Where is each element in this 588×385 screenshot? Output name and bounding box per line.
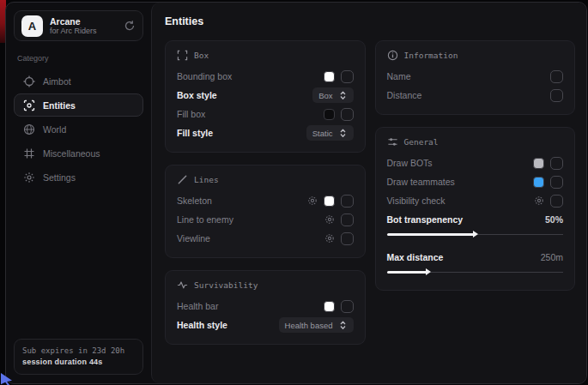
draw-bots-checkbox[interactable] — [550, 157, 563, 170]
arcane-menu-window: A Arcane for Arc Riders Category Aimbot … — [5, 2, 587, 384]
category-label: Category — [17, 54, 140, 63]
lines-card-header: Lines — [177, 174, 354, 185]
distance-label: Distance — [387, 90, 422, 100]
brand-text: Arcane for Arc Riders — [50, 16, 117, 35]
box-card-header: Box — [177, 50, 354, 61]
fill-style-dropdown[interactable]: Static — [306, 125, 354, 141]
bot-transparency-row: Bot transpenency 50% — [387, 210, 564, 229]
skeleton-row: Skeleton — [177, 191, 354, 210]
skeleton-settings-icon[interactable] — [307, 196, 318, 206]
box-style-value: Box — [318, 91, 332, 100]
visibility-check-label: Visibility check — [387, 196, 446, 206]
max-distance-slider[interactable] — [387, 268, 564, 275]
max-distance-label: Max distance — [387, 252, 444, 262]
general-card: General Draw BOTs Draw teammates — [375, 127, 576, 291]
sidebar-item-miscellaneous[interactable]: Miscellaneous — [14, 141, 143, 165]
slider-thumb[interactable] — [473, 231, 478, 238]
survivability-card: Survivability Health bar Health style He… — [165, 270, 366, 345]
sidebar-item-world[interactable]: World — [14, 117, 143, 141]
visibility-check-row: Visibility check — [387, 191, 564, 210]
health-style-dropdown[interactable]: Health based — [279, 317, 354, 333]
sliders-icon — [387, 136, 398, 147]
draw-bots-color-swatch[interactable] — [533, 158, 544, 169]
survivability-card-header: Survivability — [177, 280, 354, 291]
sidebar-item-entities[interactable]: Entities — [14, 93, 143, 117]
viewline-label: Viewline — [177, 233, 210, 244]
info-icon — [387, 50, 398, 61]
entities-icon — [23, 99, 35, 111]
health-bar-color-swatch[interactable] — [324, 301, 335, 312]
lines-card: Lines Skeleton Line to enemy — [165, 165, 366, 258]
left-column: Box Bounding box Box style Box — [165, 40, 366, 345]
pulse-icon — [177, 280, 188, 291]
health-style-value: Health based — [285, 321, 333, 330]
viewline-row: Viewline — [177, 229, 354, 248]
sidebar-item-settings[interactable]: Settings — [14, 165, 143, 189]
viewline-checkbox[interactable] — [341, 232, 354, 245]
slider-fill — [387, 233, 476, 236]
line-to-enemy-label: Line to enemy — [177, 214, 233, 225]
draw-bots-label: Draw BOTs — [387, 158, 433, 168]
max-distance-value: 250m — [541, 252, 563, 262]
sidebar-item-label: Entities — [43, 100, 76, 111]
bot-transparency-label: Bot transpenency — [387, 214, 464, 225]
bot-transparency-slider[interactable] — [387, 231, 564, 238]
health-style-row: Health style Health based — [177, 316, 354, 334]
health-style-label: Health style — [177, 320, 227, 330]
unfold-icon — [338, 320, 348, 330]
refresh-icon[interactable] — [124, 20, 136, 32]
information-card: Information Name Distance — [375, 40, 576, 115]
bounding-box-checkbox[interactable] — [341, 70, 354, 83]
name-checkbox[interactable] — [550, 70, 563, 83]
brand-card: A Arcane for Arc Riders — [14, 10, 143, 41]
fill-box-row: Fill box — [177, 105, 354, 123]
draw-teammates-row: Draw teammates — [387, 172, 564, 191]
sub-expiry-text: Sub expires in 23d 20h — [22, 346, 135, 357]
information-card-header: Information — [387, 50, 564, 61]
max-distance-row: Max distance 250m — [387, 248, 564, 267]
visibility-check-settings-icon[interactable] — [534, 196, 544, 206]
bot-transparency-value: 50% — [545, 214, 563, 225]
health-bar-checkbox[interactable] — [341, 300, 354, 313]
subscription-card: Sub expires in 23d 20h session duration … — [14, 339, 143, 375]
line-to-enemy-checkbox[interactable] — [341, 214, 354, 226]
draw-teammates-label: Draw teammates — [387, 177, 455, 187]
grid-icon — [23, 147, 35, 159]
draw-teammates-checkbox[interactable] — [550, 176, 563, 189]
draw-teammates-color-swatch[interactable] — [533, 177, 544, 188]
card-title: Survivability — [194, 280, 258, 290]
line-to-enemy-settings-icon[interactable] — [324, 214, 335, 225]
bounding-box-color-swatch[interactable] — [324, 71, 335, 82]
fill-style-value: Static — [312, 129, 333, 138]
session-duration-text: session duration 44s — [22, 357, 135, 368]
skeleton-color-swatch[interactable] — [324, 196, 335, 207]
sidebar: A Arcane for Arc Riders Category Aimbot … — [6, 3, 151, 383]
name-label: Name — [387, 71, 411, 81]
line-icon — [177, 174, 188, 185]
card-title: General — [404, 137, 439, 147]
card-title: Box — [194, 51, 209, 60]
card-title: Lines — [194, 175, 219, 184]
unfold-icon — [338, 90, 348, 100]
sidebar-item-label: Aimbot — [43, 76, 71, 87]
fill-style-row: Fill style Static — [177, 123, 354, 142]
viewline-settings-icon[interactable] — [324, 233, 335, 244]
brackets-icon — [177, 50, 188, 61]
sidebar-item-aimbot[interactable]: Aimbot — [14, 69, 143, 93]
main-panel: Entities Box Bounding box — [151, 3, 586, 383]
fill-box-checkbox[interactable] — [341, 108, 354, 121]
slider-thumb[interactable] — [426, 268, 431, 275]
avatar: A — [21, 15, 43, 37]
distance-row: Distance — [387, 86, 564, 105]
bounding-box-label: Bounding box — [177, 71, 232, 81]
box-style-dropdown[interactable]: Box — [312, 87, 353, 103]
visibility-check-checkbox[interactable] — [550, 195, 563, 208]
unfold-icon — [338, 128, 348, 138]
skeleton-checkbox[interactable] — [341, 195, 354, 208]
box-style-label: Box style — [177, 90, 217, 100]
name-row: Name — [387, 67, 564, 86]
fill-style-label: Fill style — [177, 128, 213, 138]
gear-icon — [23, 171, 35, 183]
distance-checkbox[interactable] — [550, 89, 563, 102]
fill-box-color-swatch[interactable] — [324, 109, 335, 120]
